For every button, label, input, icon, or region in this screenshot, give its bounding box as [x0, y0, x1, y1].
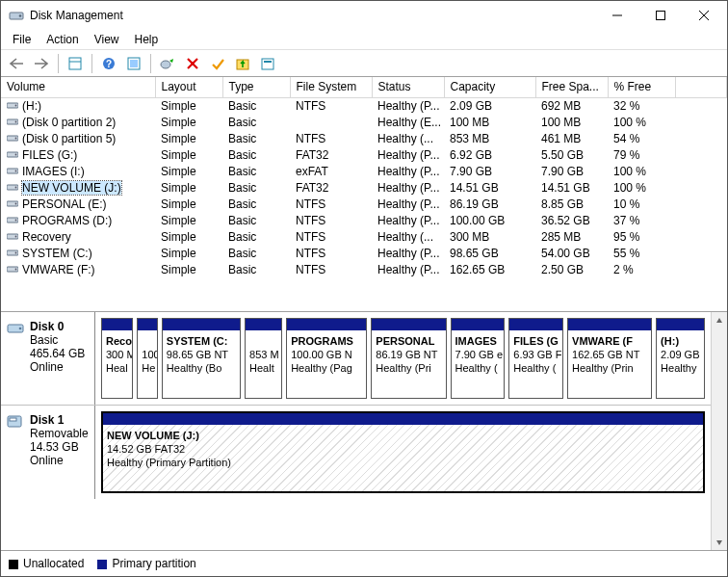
- volume-free: 100 MB: [535, 115, 608, 131]
- volume-layout: Simple: [155, 164, 222, 180]
- disk-graphical-view: Disk 0 Basic 465.64 GB Online Reco 300 M…: [1, 312, 727, 551]
- col-percent-free[interactable]: % Free: [608, 77, 675, 97]
- partition[interactable]: 100 He: [137, 318, 158, 399]
- table-row[interactable]: IMAGES (I:) Simple Basic exFAT Healthy (…: [1, 164, 727, 180]
- partition[interactable]: SYSTEM (C: 98.65 GB NT Healthy (Bo: [162, 318, 241, 399]
- drive-icon: [7, 181, 18, 195]
- svg-point-1: [19, 14, 22, 17]
- partition[interactable]: FILES (G 6.93 GB F Healthy (: [508, 318, 563, 399]
- menu-help[interactable]: Help: [127, 31, 167, 48]
- partition-header-bar: [509, 319, 562, 330]
- partition[interactable]: NEW VOLUME (J:) 14.52 GB FAT32 Healthy (…: [101, 411, 705, 493]
- table-row[interactable]: NEW VOLUME (J:) Simple Basic FAT32 Healt…: [1, 180, 727, 197]
- table-row[interactable]: (H:) Simple Basic NTFS Healthy (P... 2.0…: [1, 97, 727, 115]
- table-row[interactable]: (Disk 0 partition 5) Simple Basic NTFS H…: [1, 131, 727, 147]
- partition[interactable]: PERSONAL 86.19 GB NT Healthy (Pri: [371, 318, 446, 399]
- volume-capacity: 7.90 GB: [444, 164, 535, 180]
- scroll-up-icon[interactable]: [712, 312, 728, 328]
- partition-status: Healthy (Pri: [376, 362, 430, 374]
- partition-size: 98.65 GB NT: [167, 349, 228, 360]
- scrollbar-vertical[interactable]: [711, 312, 727, 550]
- svg-rect-16: [262, 59, 273, 69]
- col-type[interactable]: Type: [222, 77, 290, 97]
- disk-name: Disk 0: [30, 320, 64, 333]
- volume-name: Recovery: [22, 230, 71, 244]
- menu-view[interactable]: View: [87, 31, 127, 48]
- partition[interactable]: (H:) 2.09 GB Healthy: [656, 318, 705, 399]
- partition-status: Healthy (Primary Partition): [107, 457, 231, 468]
- svg-rect-6: [69, 58, 81, 69]
- partition[interactable]: VMWARE (F 162.65 GB NT Healthy (Prin: [567, 318, 652, 399]
- partition-size: 100.00 GB N: [291, 349, 352, 360]
- help-topics-button[interactable]: ?: [97, 52, 120, 75]
- table-row[interactable]: PROGRAMS (D:) Simple Basic NTFS Healthy …: [1, 213, 727, 229]
- volume-name: VMWARE (F:): [22, 263, 95, 276]
- volume-status: Healthy (P...: [372, 213, 444, 229]
- table-row[interactable]: PERSONAL (E:) Simple Basic NTFS Healthy …: [1, 197, 727, 213]
- disk-kind: Removable: [30, 427, 89, 440]
- col-free-space[interactable]: Free Spa...: [535, 77, 608, 97]
- partition[interactable]: PROGRAMS 100.00 GB N Healthy (Pag: [286, 318, 367, 399]
- svg-point-39: [15, 269, 17, 271]
- volume-filesystem: NTFS: [290, 213, 372, 229]
- disk-status: Online: [30, 360, 64, 374]
- delete-button[interactable]: [181, 52, 204, 75]
- volume-capacity: 86.19 GB: [444, 197, 535, 213]
- volume-filesystem: exFAT: [290, 164, 372, 180]
- partition-header-bar: [246, 319, 281, 330]
- properties-button[interactable]: [64, 52, 87, 75]
- change-drive-letter-button[interactable]: [231, 52, 254, 75]
- swatch-blue-icon: [97, 560, 107, 569]
- table-row[interactable]: VMWARE (F:) Simple Basic NTFS Healthy (P…: [1, 262, 727, 278]
- col-capacity[interactable]: Capacity: [444, 77, 535, 97]
- col-extra[interactable]: [675, 77, 727, 97]
- volume-capacity: 300 MB: [444, 229, 535, 246]
- format-button[interactable]: [256, 52, 279, 75]
- partition-header-bar: [657, 319, 704, 330]
- legend-unallocated: Unallocated: [9, 557, 84, 570]
- table-row[interactable]: FILES (G:) Simple Basic FAT32 Healthy (P…: [1, 147, 727, 164]
- forward-button[interactable]: [30, 52, 53, 75]
- volume-list[interactable]: Volume Layout Type File System Status Ca…: [1, 77, 727, 312]
- minimize-button[interactable]: [595, 1, 638, 30]
- back-button[interactable]: [5, 52, 28, 75]
- partition-size: 100: [142, 349, 157, 360]
- volume-filesystem: FAT32: [290, 180, 372, 197]
- table-row[interactable]: Recovery Simple Basic NTFS Healthy (... …: [1, 229, 727, 246]
- disk-row: Disk 1 Removable 14.53 GB Online NEW VOL…: [1, 406, 711, 499]
- table-row[interactable]: (Disk 0 partition 2) Simple Basic Health…: [1, 115, 727, 131]
- partition[interactable]: Reco 300 M Heal: [101, 318, 133, 399]
- partition-status: Healthy (: [513, 362, 556, 374]
- partition[interactable]: IMAGES 7.90 GB e Healthy (: [451, 318, 506, 399]
- col-status[interactable]: Status: [372, 77, 444, 97]
- col-volume[interactable]: Volume: [1, 77, 155, 97]
- volume-filesystem: NTFS: [290, 197, 372, 213]
- volume-capacity: 98.65 GB: [444, 246, 535, 262]
- volume-status: Healthy (...: [372, 131, 444, 147]
- svg-point-21: [15, 121, 17, 123]
- partition-status: Healthy (Prin: [572, 362, 634, 374]
- refresh-button[interactable]: [122, 52, 145, 75]
- partition-status: Healthy (Bo: [167, 362, 221, 374]
- mark-partition-button[interactable]: [206, 52, 229, 75]
- maximize-button[interactable]: [638, 1, 682, 30]
- disk-header[interactable]: Disk 0 Basic 465.64 GB Online: [1, 312, 95, 405]
- partition[interactable]: 853 M Healt: [245, 318, 282, 399]
- volume-free: 285 MB: [535, 229, 608, 246]
- table-row[interactable]: SYSTEM (C:) Simple Basic NTFS Healthy (P…: [1, 246, 727, 262]
- volume-filesystem: NTFS: [290, 131, 372, 147]
- rescan-disks-button[interactable]: [156, 52, 179, 75]
- partition-header-bar: [568, 319, 651, 330]
- volume-layout: Simple: [155, 213, 222, 229]
- column-headers[interactable]: Volume Layout Type File System Status Ca…: [1, 77, 727, 97]
- volume-layout: Simple: [155, 180, 222, 197]
- volume-capacity: 6.92 GB: [444, 147, 535, 164]
- col-filesystem[interactable]: File System: [290, 77, 372, 97]
- scroll-down-icon[interactable]: [712, 534, 728, 550]
- close-button[interactable]: [682, 1, 725, 30]
- disk-header[interactable]: Disk 1 Removable 14.53 GB Online: [1, 406, 95, 499]
- volume-name: FILES (G:): [22, 148, 77, 162]
- menu-action[interactable]: Action: [39, 31, 86, 48]
- menu-file[interactable]: File: [5, 31, 39, 48]
- col-layout[interactable]: Layout: [155, 77, 222, 97]
